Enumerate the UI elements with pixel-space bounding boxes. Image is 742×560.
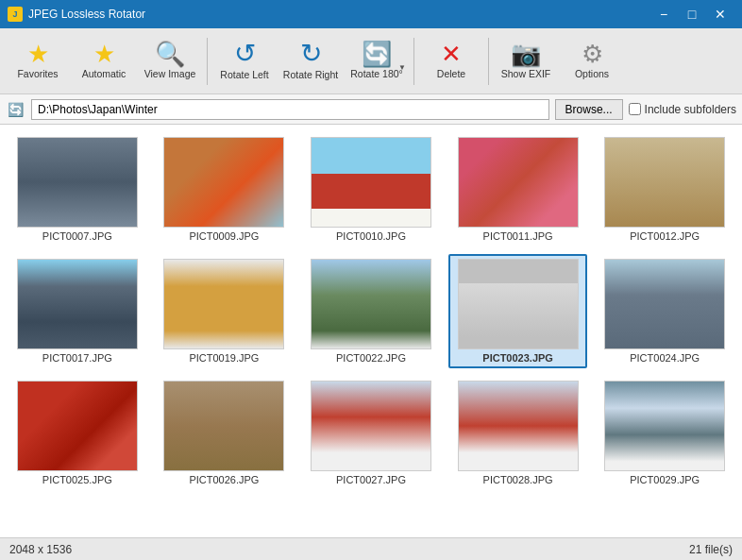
rotate-180-label: Rotate 180°: [350, 68, 403, 80]
photo-thumb-p12: [163, 381, 284, 471]
photo-item-p13[interactable]: PICT0027.JPG: [301, 376, 441, 490]
rotate-left-button[interactable]: ↺ Rotate Left: [212, 33, 277, 90]
show-exif-label: Show EXIF: [501, 68, 551, 80]
photo-name-p5: PICT0012.JPG: [630, 230, 700, 242]
view-image-icon: 🔍: [155, 42, 185, 66]
photo-item-p3[interactable]: PICT0010.JPG: [301, 132, 441, 246]
options-button[interactable]: ⚙ Options: [560, 33, 624, 90]
subfolders-text: Include subfolders: [645, 103, 736, 116]
options-icon: ⚙: [582, 42, 603, 66]
favorites-icon: ★: [27, 42, 49, 66]
photo-name-p12: PICT0026.JPG: [189, 474, 259, 485]
photo-thumb-p11: [17, 381, 138, 471]
photo-name-p2: PICT0009.JPG: [189, 230, 259, 242]
favorites-button[interactable]: ★ Favorites: [6, 33, 70, 90]
image-dimensions: 2048 x 1536: [9, 543, 72, 556]
photo-thumb-p4: [458, 137, 579, 228]
photo-name-p4: PICT0011.JPG: [483, 230, 553, 242]
photo-item-p15[interactable]: PICT0029.JPG: [595, 376, 734, 490]
photo-thumb-p13: [311, 381, 431, 471]
separator-3: [488, 38, 489, 85]
show-exif-button[interactable]: 📷 Show EXIF: [494, 33, 558, 90]
photo-thumb-p7: [163, 259, 284, 349]
rotate-180-button[interactable]: 🔄 Rotate 180° ▼: [345, 33, 409, 90]
rotate-180-icon: 🔄: [362, 42, 392, 66]
rotate-right-button[interactable]: ↻ Rotate Right: [278, 33, 343, 90]
photo-name-p15: PICT0029.JPG: [630, 474, 700, 485]
photo-thumb-p10: [604, 259, 725, 349]
path-input[interactable]: [31, 99, 549, 120]
photo-thumb-p14: [458, 381, 579, 471]
view-image-button[interactable]: 🔍 View Image: [138, 33, 202, 90]
close-button[interactable]: ✕: [706, 0, 734, 28]
browse-button[interactable]: Browse...: [555, 99, 623, 120]
toolbar: ★ Favorites ★ Automatic 🔍 View Image ↺ R…: [0, 28, 742, 94]
photo-item-p7[interactable]: PICT0019.JPG: [155, 254, 295, 368]
rotate-left-label: Rotate Left: [220, 69, 268, 81]
separator-1: [207, 38, 208, 85]
photo-item-p6[interactable]: PICT0017.JPG: [8, 254, 147, 368]
photo-name-p7: PICT0019.JPG: [189, 352, 259, 364]
photo-thumb-p15: [604, 381, 725, 471]
rotate-left-icon: ↺: [234, 41, 256, 67]
photo-name-p11: PICT0025.JPG: [42, 474, 112, 485]
photo-item-p10[interactable]: PICT0024.JPG: [595, 254, 734, 368]
delete-button[interactable]: ✕ Delete: [419, 33, 483, 90]
title-bar: J JPEG Lossless Rotator − □ ✕: [0, 0, 742, 28]
rotate-right-icon: ↻: [300, 41, 322, 67]
photo-item-p11[interactable]: PICT0025.JPG: [8, 376, 147, 490]
view-image-label: View Image: [144, 68, 196, 80]
rotate-180-arrow: ▼: [398, 63, 406, 72]
photo-name-p3: PICT0010.JPG: [336, 230, 406, 242]
options-label: Options: [575, 68, 609, 80]
subfolders-checkbox[interactable]: [629, 103, 641, 115]
show-exif-icon: 📷: [511, 42, 541, 66]
photo-thumb-p8: [311, 259, 431, 349]
photo-name-p8: PICT0022.JPG: [336, 352, 406, 364]
photo-item-p14[interactable]: PICT0028.JPG: [448, 376, 588, 490]
maximize-button[interactable]: □: [678, 0, 706, 28]
photo-thumb-p3: [311, 137, 431, 228]
separator-2: [413, 38, 414, 85]
favorites-label: Favorites: [17, 68, 58, 80]
rotate-right-label: Rotate Right: [283, 69, 338, 81]
delete-label: Delete: [437, 68, 465, 80]
photo-item-p2[interactable]: PICT0009.JPG: [155, 132, 295, 246]
photo-thumb-p9: [458, 259, 579, 349]
delete-icon: ✕: [441, 42, 462, 66]
photo-thumb-p5: [604, 137, 725, 228]
photo-name-p14: PICT0028.JPG: [483, 474, 553, 485]
photo-item-p1[interactable]: PICT0007.JPG: [8, 132, 147, 246]
photo-thumb-p6: [17, 259, 138, 349]
app-title: JPEG Lossless Rotator: [28, 8, 145, 21]
photo-name-p6: PICT0017.JPG: [42, 352, 112, 364]
automatic-label: Automatic: [82, 68, 126, 80]
app-icon: J: [8, 7, 23, 22]
photo-item-p4[interactable]: PICT0011.JPG: [448, 132, 588, 246]
photo-name-p9: PICT0023.JPG: [482, 352, 553, 364]
photo-item-p9[interactable]: PICT0023.JPG: [448, 254, 588, 368]
photo-item-p5[interactable]: PICT0012.JPG: [595, 132, 734, 246]
automatic-icon: ★: [93, 42, 115, 66]
title-bar-left: J JPEG Lossless Rotator: [8, 7, 145, 22]
photo-grid: PICT0007.JPGPICT0009.JPGPICT0010.JPGPICT…: [0, 125, 742, 537]
photo-name-p10: PICT0024.JPG: [630, 352, 700, 364]
window-controls: − □ ✕: [649, 0, 734, 28]
main-content: PICT0007.JPGPICT0009.JPGPICT0010.JPGPICT…: [0, 125, 742, 537]
photo-item-p8[interactable]: PICT0022.JPG: [301, 254, 441, 368]
subfolders-checkbox-label[interactable]: Include subfolders: [629, 103, 736, 116]
photo-thumb-p1: [17, 137, 138, 228]
automatic-button[interactable]: ★ Automatic: [72, 33, 136, 90]
photo-thumb-p2: [163, 137, 284, 228]
status-bar: 2048 x 1536 21 file(s): [0, 537, 742, 560]
address-bar: 🔄 Browse... Include subfolders: [0, 94, 742, 125]
refresh-icon[interactable]: 🔄: [6, 100, 25, 119]
file-count: 21 file(s): [689, 543, 733, 556]
minimize-button[interactable]: −: [649, 0, 678, 28]
photo-name-p1: PICT0007.JPG: [42, 230, 112, 242]
photo-item-p12[interactable]: PICT0026.JPG: [155, 376, 295, 490]
photo-name-p13: PICT0027.JPG: [336, 474, 406, 485]
